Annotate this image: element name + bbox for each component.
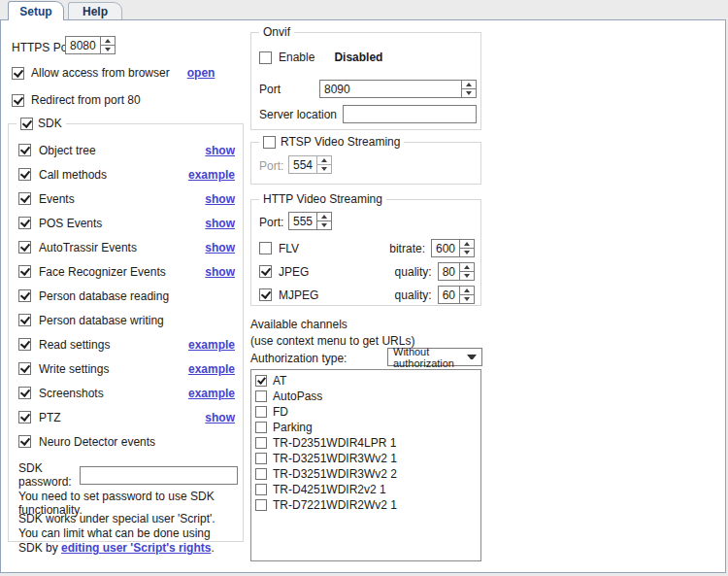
channel-checkbox[interactable]: [255, 484, 267, 495]
mjpeg-checkbox[interactable]: [259, 288, 272, 301]
jpeg-quality-spin-buttons[interactable]: [459, 263, 474, 280]
jpeg-checkbox[interactable]: [259, 265, 272, 278]
channel-label: TR-D3251WDIR3Wv2 2: [273, 467, 397, 481]
onvif-port-spinner[interactable]: 8090: [319, 80, 477, 98]
open-link[interactable]: open: [187, 66, 215, 80]
tab-setup[interactable]: Setup: [8, 1, 64, 20]
channel-checkbox[interactable]: [255, 422, 267, 433]
events-checkbox[interactable]: [18, 192, 31, 205]
mjpeg-quality-spinner[interactable]: 60: [438, 286, 475, 304]
neuro-detector-checkbox[interactable]: [18, 435, 31, 448]
channel-checkbox[interactable]: [255, 437, 267, 449]
spin-down-icon[interactable]: [460, 272, 474, 280]
screenshots-checkbox[interactable]: [18, 387, 31, 399]
person-db-reading-checkbox[interactable]: [18, 289, 31, 302]
channel-checkbox[interactable]: [255, 468, 267, 480]
channel-item[interactable]: TR-D2351WDIR4LPR 1: [255, 435, 480, 451]
allow-browser-checkbox[interactable]: [12, 67, 24, 80]
rtsp-port-spinner[interactable]: 554: [288, 155, 332, 174]
http-port-spinner[interactable]: 555: [288, 212, 332, 230]
jpeg-quality-spinner[interactable]: 80: [438, 262, 475, 281]
sdk-row-read-settings: Read settings example: [9, 332, 243, 356]
https-port-value: 8080: [66, 37, 100, 53]
channel-checkbox[interactable]: [255, 499, 267, 511]
object-tree-link[interactable]: show: [205, 144, 235, 157]
spin-up-icon[interactable]: [460, 263, 474, 272]
mjpeg-row: MJPEG quality: 60: [259, 286, 475, 304]
flv-bitrate-spin-buttons[interactable]: [459, 240, 474, 256]
read-settings-link[interactable]: example: [188, 338, 235, 352]
rtsp-port-label: Port:: [259, 159, 283, 173]
read-settings-checkbox[interactable]: [18, 338, 31, 351]
face-recognizer-checkbox[interactable]: [18, 265, 31, 278]
screenshots-link[interactable]: example: [188, 387, 235, 400]
object-tree-checkbox[interactable]: [18, 144, 31, 156]
https-port-spinner[interactable]: 8080: [65, 36, 116, 54]
mjpeg-quality-value: 60: [439, 287, 459, 303]
ptz-checkbox[interactable]: [18, 411, 31, 424]
spin-down-icon[interactable]: [317, 221, 331, 229]
channel-item[interactable]: AutoPass: [255, 389, 480, 404]
flv-row: FLV bitrate: 600: [259, 239, 475, 257]
channel-item[interactable]: TR-D4251WDIR2v2 1: [255, 482, 480, 497]
sdk-checkbox[interactable]: [20, 118, 33, 130]
channel-checkbox[interactable]: [255, 406, 267, 418]
channel-item[interactable]: Parking: [255, 420, 480, 435]
flv-checkbox[interactable]: [259, 242, 272, 254]
onvif-group-title: Onvif: [263, 25, 290, 39]
authorization-type-dropdown[interactable]: Without authorization: [387, 348, 482, 366]
spin-down-icon[interactable]: [460, 295, 474, 303]
flv-bitrate-spinner[interactable]: 600: [431, 239, 475, 257]
channels-listbox[interactable]: AT AutoPass FD Parking TR-D2351WDIR4LPR …: [250, 369, 481, 561]
spin-up-icon[interactable]: [317, 156, 331, 165]
spin-down-icon[interactable]: [460, 249, 474, 256]
channel-checkbox[interactable]: [255, 375, 267, 387]
channel-item[interactable]: TR-D7221WDIR2Wv2 1: [255, 497, 480, 513]
onvif-port-spin-buttons[interactable]: [461, 81, 476, 97]
sdk-row-neuro-detector: Neuro Detector events: [9, 429, 243, 454]
call-methods-checkbox[interactable]: [18, 168, 31, 181]
mjpeg-param-label: quality:: [395, 288, 432, 302]
pos-events-link[interactable]: show: [205, 217, 235, 230]
events-link[interactable]: show: [205, 192, 235, 206]
pos-events-checkbox[interactable]: [18, 217, 31, 229]
channel-checkbox[interactable]: [255, 390, 267, 402]
http-streaming-group: HTTP Video Streaming Port: 555 FLV bitra…: [250, 199, 481, 306]
edit-script-rights-link[interactable]: editing user 'Script's rights: [61, 541, 211, 555]
onvif-status: Disabled: [334, 51, 382, 64]
channel-item[interactable]: TR-D3251WDIR3Wv2 2: [255, 466, 480, 482]
channel-item[interactable]: TR-D3251WDIR3Wv2 1: [255, 451, 480, 466]
person-db-writing-checkbox[interactable]: [18, 314, 31, 326]
write-settings-checkbox[interactable]: [18, 362, 31, 375]
rtsp-enable-checkbox[interactable]: [263, 136, 276, 149]
autotrassir-events-link[interactable]: show: [205, 241, 235, 254]
mjpeg-label: MJPEG: [279, 288, 318, 302]
channel-item[interactable]: FD: [255, 404, 480, 420]
spin-up-icon[interactable]: [460, 287, 474, 295]
http-port-spin-buttons[interactable]: [316, 213, 331, 229]
channel-checkbox[interactable]: [255, 453, 267, 464]
autotrassir-events-checkbox[interactable]: [18, 241, 31, 254]
tab-help[interactable]: Help: [68, 2, 122, 20]
write-settings-link[interactable]: example: [188, 362, 235, 376]
sdk-password-input[interactable]: [80, 466, 238, 485]
channel-label: AutoPass: [273, 390, 322, 403]
ptz-link[interactable]: show: [205, 411, 235, 424]
autotrassir-events-label: AutoTrassir Events: [39, 241, 137, 254]
spin-up-icon[interactable]: [460, 240, 474, 249]
spin-down-icon[interactable]: [462, 89, 476, 97]
spin-down-icon[interactable]: [101, 46, 115, 53]
channel-item[interactable]: AT: [255, 373, 480, 389]
call-methods-link[interactable]: example: [188, 168, 235, 182]
spin-down-icon[interactable]: [317, 165, 331, 173]
spin-up-icon[interactable]: [101, 37, 115, 46]
onvif-enable-checkbox[interactable]: [259, 51, 272, 64]
rtsp-port-spin-buttons[interactable]: [316, 156, 331, 173]
spin-up-icon[interactable]: [462, 81, 476, 89]
face-recognizer-link[interactable]: show: [205, 265, 235, 279]
spin-up-icon[interactable]: [317, 213, 331, 221]
onvif-server-input[interactable]: [343, 105, 477, 123]
mjpeg-quality-spin-buttons[interactable]: [459, 287, 474, 303]
https-port-spin-buttons[interactable]: [100, 37, 115, 53]
redirect-port80-checkbox[interactable]: [12, 94, 24, 107]
